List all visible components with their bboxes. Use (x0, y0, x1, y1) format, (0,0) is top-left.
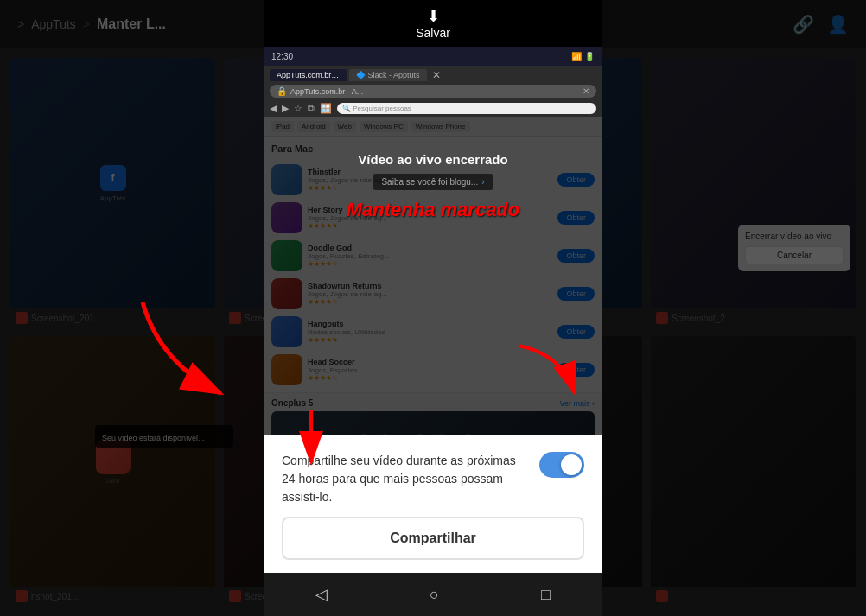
app-content: fb 📷 Ps 🎮 🎵 iPad Android Web Windows PC … (264, 117, 602, 435)
windows-btn[interactable]: ⧉ (308, 103, 315, 114)
back-btn[interactable]: ◀ (270, 103, 277, 114)
video-ended-text: Vídeo ao vivo encerrado (358, 152, 507, 167)
search-bar[interactable]: 🔍 Pesquisar pessoas (337, 103, 596, 114)
video-ended-overlay: Vídeo ao vivo encerrado Saiba se você fo… (264, 117, 602, 435)
share-button[interactable]: Compartilhar (282, 517, 584, 560)
search-icon: 🔍 (342, 105, 351, 112)
mantenha-text: Mantenha marcado (347, 199, 520, 221)
browser-action-buttons: ◀ ▶ ☆ ⧉ 🪟 🔍 Pesquisar pessoas (270, 103, 596, 114)
home-nav-button[interactable]: ○ (423, 579, 446, 611)
browser-address-bar[interactable]: 🔒 AppTuts.com.br - A... ✕ (270, 85, 596, 98)
recents-nav-button[interactable]: □ (534, 579, 557, 611)
phone-modal: ⬇ Salvar 12:30 📶 🔋 AppTuts.com.br - A...… (264, 0, 602, 616)
lock-icon: 🔒 (277, 86, 287, 96)
browser-tab-active[interactable]: AppTuts.com.br - A... (270, 69, 347, 81)
toggle-knob (561, 454, 582, 475)
refresh-icon[interactable]: ✕ (583, 86, 589, 96)
saiba-bar: Saiba se você foi blogu... › (373, 174, 493, 190)
close-tab-icon[interactable]: ✕ (432, 69, 441, 81)
toggle-row: Compartilhe seu vídeo durante as próxima… (282, 452, 584, 506)
windows-phone-btn[interactable]: 🪟 (320, 103, 332, 114)
browser-chrome: AppTuts.com.br - A... 🔷 Slack - Apptuts … (264, 66, 602, 117)
back-nav-button[interactable]: ◁ (309, 578, 334, 611)
toggle-switch[interactable] (539, 452, 584, 478)
address-text: AppTuts.com.br - A... (290, 87, 579, 96)
save-button-top[interactable]: ⬇ Salvar (264, 0, 602, 47)
blog-icon[interactable]: › (481, 177, 484, 187)
browser-tabs: AppTuts.com.br - A... 🔷 Slack - Apptuts … (270, 69, 596, 81)
bookmark-btn[interactable]: ☆ (294, 103, 302, 114)
status-icons: 📶 🔋 (571, 52, 595, 61)
saiba-text: Saiba se você foi blogu... (381, 177, 478, 187)
browser-tab-inactive[interactable]: 🔷 Slack - Apptuts (349, 69, 427, 81)
bottom-card: Compartilhe seu vídeo durante as próxima… (264, 435, 602, 573)
phone-status-bar: 12:30 📶 🔋 (264, 47, 602, 66)
search-placeholder: Pesquisar pessoas (353, 105, 411, 112)
status-time: 12:30 (271, 52, 293, 61)
download-icon: ⬇ (427, 7, 440, 26)
save-label: Salvar (416, 26, 450, 40)
forward-btn[interactable]: ▶ (282, 103, 289, 114)
phone-navigation: ◁ ○ □ (264, 573, 602, 616)
share-description: Compartilhe seu vídeo durante as próxima… (282, 452, 529, 506)
